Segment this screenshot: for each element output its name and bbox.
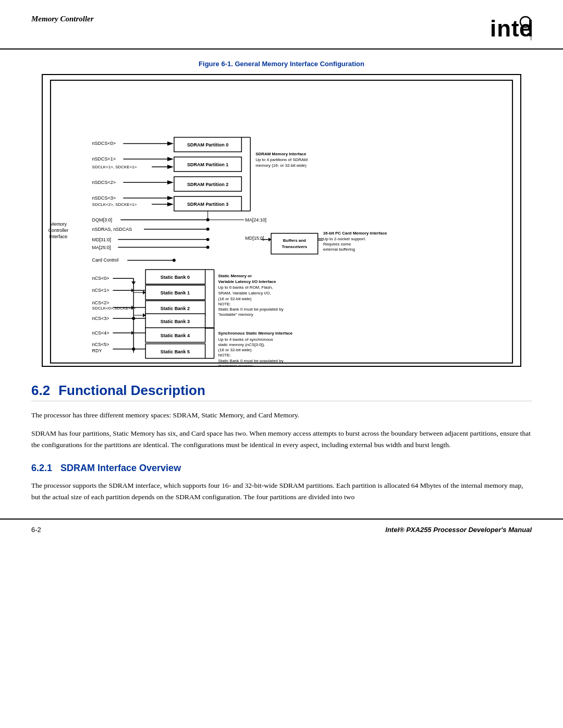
page-content: Figure 6-1. General Memory Interface Con…	[0, 60, 563, 503]
footer-page-number: 6-2	[31, 526, 41, 534]
svg-text:SRAM, Variable Latency I/O,: SRAM, Variable Latency I/O,	[218, 291, 271, 295]
footer-manual-title: Intel® PXA255 Processor Developer's Manu…	[385, 526, 532, 534]
svg-point-56	[206, 246, 210, 249]
figure-title: Figure 6-1. General Memory Interface Con…	[31, 60, 532, 68]
svg-text:nCS<0>: nCS<0>	[92, 276, 109, 281]
svg-text:Static Memory or: Static Memory or	[218, 274, 252, 278]
svg-text:SDRAM Partition 0: SDRAM Partition 0	[187, 142, 228, 147]
svg-text:Transceivers: Transceivers	[282, 244, 308, 249]
intel-logo-svg: int e l ®	[490, 15, 532, 43]
section-6-2-1-title: SDRAM Interface Overview	[60, 463, 181, 473]
intel-logo: int e l ®	[490, 15, 532, 43]
svg-text:SDRAM Partition 2: SDRAM Partition 2	[187, 182, 228, 187]
svg-text:NOTE:: NOTE:	[218, 353, 231, 357]
section-6-2-title: Functional Description	[58, 382, 205, 398]
svg-text:"bootable" memory: "bootable" memory	[218, 312, 253, 317]
svg-text:Static Bank 5: Static Bank 5	[161, 349, 190, 354]
svg-text:nSDCS<1>: nSDCS<1>	[92, 156, 116, 162]
svg-text:nSDCS<0>: nSDCS<0>	[92, 141, 116, 146]
svg-text:Static Bank 3: Static Bank 3	[161, 319, 190, 324]
svg-text:Up to 6 banks of ROM, Flash,: Up to 6 banks of ROM, Flash,	[218, 285, 273, 290]
svg-text:"bootable" memory: "bootable" memory	[218, 364, 253, 366]
section-6-2-1-number: 6.2.1	[31, 463, 52, 473]
svg-text:Static Bank 0 must be populate: Static Bank 0 must be populated by	[218, 359, 284, 363]
svg-text:MD[31:0]: MD[31:0]	[92, 237, 111, 242]
svg-text:Buffers and: Buffers and	[283, 238, 306, 243]
svg-text:nCS<3>: nCS<3>	[92, 316, 109, 321]
svg-text:Static Bank 4: Static Bank 4	[161, 333, 190, 338]
svg-text:MA[24:10]: MA[24:10]	[245, 217, 266, 223]
svg-text:DQM[3:0]: DQM[3:0]	[92, 217, 112, 223]
section-6-2-1-para-1: The processor supports the SDRAM interfa…	[31, 480, 532, 502]
svg-text:Up to 4 banks of synchronous: Up to 4 banks of synchronous	[218, 337, 273, 342]
section-6-2-number: 6.2	[31, 382, 50, 398]
svg-text:nCS<2>: nCS<2>	[92, 300, 109, 305]
svg-text:MA[25:0]: MA[25:0]	[92, 245, 111, 250]
svg-text:SDRAM Partition 1: SDRAM Partition 1	[187, 162, 228, 167]
svg-text:Controller: Controller	[48, 228, 68, 233]
svg-rect-5	[43, 75, 520, 366]
svg-text:memory (16- or 32-bit wide): memory (16- or 32-bit wide)	[255, 163, 307, 168]
svg-text:Memory: Memory	[50, 221, 67, 227]
svg-text:SDCLK<1>, SDCKE<1>: SDCLK<1>, SDCKE<1>	[92, 165, 137, 169]
svg-point-70	[173, 258, 176, 262]
svg-text:RDY: RDY	[92, 348, 102, 353]
svg-text:nCS<1>: nCS<1>	[92, 288, 109, 293]
svg-text:Static Bank 0: Static Bank 0	[161, 275, 190, 280]
memory-diagram: Memory Controller Interface nSDCS<0> nSD…	[43, 75, 520, 366]
svg-text:external buffering: external buffering	[323, 247, 355, 252]
svg-text:int: int	[490, 16, 520, 41]
svg-text:SDRAM Partition 3: SDRAM Partition 3	[187, 202, 228, 207]
svg-text:static memory (nCS[3:0]).: static memory (nCS[3:0]).	[218, 342, 265, 347]
svg-text:NOTE:: NOTE:	[218, 302, 231, 306]
svg-text:(16 or 32-bit wide): (16 or 32-bit wide)	[218, 348, 252, 352]
section-6-2-1-heading: 6.2.1SDRAM Interface Overview	[31, 463, 532, 474]
svg-text:nSDCS<2>: nSDCS<2>	[92, 180, 116, 185]
section-6-2-heading: 6.2Functional Description	[31, 382, 532, 401]
svg-text:nSDRAS, nSDCAS: nSDRAS, nSDCAS	[92, 227, 132, 232]
svg-text:Static Bank 2: Static Bank 2	[161, 306, 190, 311]
svg-text:SDCLK<2>, SDCKE<1>: SDCLK<2>, SDCKE<1>	[92, 202, 137, 207]
svg-text:Synchronous Static Memory Inte: Synchronous Static Memory Interface	[218, 331, 293, 336]
page-footer: 6-2 Intel® PXA255 Processor Developer's …	[0, 519, 563, 540]
svg-text:Static Bank 1: Static Bank 1	[161, 290, 190, 295]
svg-text:Requires some: Requires some	[323, 242, 351, 246]
svg-text:16-bit PC Card Memory Interfac: 16-bit PC Card Memory Interface	[323, 231, 387, 236]
svg-text:nCS<5>: nCS<5>	[92, 342, 109, 347]
svg-text:nCS<4>: nCS<4>	[92, 330, 109, 336]
svg-text:Up to 4 partitions of SDRAM: Up to 4 partitions of SDRAM	[255, 157, 308, 162]
svg-text:nSDCS<3>: nSDCS<3>	[92, 195, 116, 201]
diagram-container: Memory Controller Interface nSDCS<0> nSD…	[42, 74, 521, 367]
svg-text:Interface: Interface	[49, 234, 67, 239]
svg-text:®: ®	[530, 35, 532, 42]
svg-point-49	[206, 228, 210, 231]
section-6-2-para-1: The processor has three different memory…	[31, 410, 532, 421]
svg-text:Up to 2-socket support.: Up to 2-socket support.	[323, 237, 366, 241]
header-title: Memory Controller	[31, 15, 94, 23]
page-header: Memory Controller int e l ®	[0, 0, 563, 50]
section-6-2-para-2: SDRAM has four partitions, Static Memory…	[31, 428, 532, 450]
svg-text:Variable Latency I/O Interface: Variable Latency I/O Interface	[218, 279, 277, 284]
svg-point-52	[206, 238, 210, 241]
svg-text:Static Bank 0 must be populate: Static Bank 0 must be populated by	[218, 307, 284, 312]
svg-text:SDRAM Memory Interface: SDRAM Memory Interface	[255, 152, 307, 156]
svg-text:(16 or 32-bit wide): (16 or 32-bit wide)	[218, 297, 252, 301]
svg-text:Card Control: Card Control	[92, 257, 119, 263]
svg-text:SDCLK<0>,SDCKE<0>: SDCLK<0>,SDCKE<0>	[92, 306, 136, 311]
